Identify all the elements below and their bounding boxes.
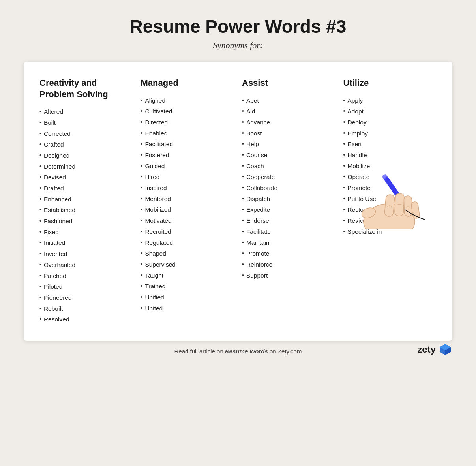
hand-illustration (342, 158, 429, 229)
word-list-assist: Abet Aid Advance Boost Help Counsel Coac… (242, 95, 335, 281)
list-item: United (141, 303, 234, 314)
footer-text: Read full article on Resume Words on Zet… (174, 348, 302, 355)
list-item: Rebuilt (39, 303, 133, 314)
footer-link-text: Resume Words (225, 348, 268, 355)
list-item: Unified (141, 292, 234, 303)
list-item: Collaborate (242, 182, 335, 194)
list-item: Endorse (242, 215, 335, 226)
list-item: Boost (242, 128, 335, 139)
list-item: Expedite (242, 204, 335, 215)
list-item: Aid (242, 106, 335, 117)
list-item: Enabled (141, 128, 234, 139)
list-item: Support (242, 270, 335, 281)
word-list-managed: Aligned Cultivated Directed Enabled Faci… (141, 95, 234, 314)
list-item: Taught (141, 270, 234, 281)
list-item: Deploy (343, 117, 437, 128)
list-item: Devised (39, 172, 133, 183)
list-item: Established (39, 205, 133, 216)
list-item: Fostered (141, 150, 234, 161)
zety-text: zety (417, 344, 436, 355)
list-item: Enhanced (39, 194, 133, 205)
list-item: Pioneered (39, 292, 133, 303)
zety-logo: zety (417, 342, 452, 357)
list-item: Regulated (141, 237, 234, 248)
list-item: Aligned (141, 95, 234, 106)
list-item: Mobilized (141, 204, 234, 215)
col-header-utilize: Utilize (343, 77, 437, 89)
list-item: Hired (141, 171, 234, 182)
column-managed: Managed Aligned Cultivated Directed Enab… (141, 77, 242, 314)
list-item: Inspired (141, 182, 234, 194)
page-title: Resume Power Words #3 (130, 16, 347, 37)
list-item: Initiated (39, 237, 133, 248)
list-item: Resolved (39, 314, 133, 325)
col-header-managed: Managed (141, 77, 234, 89)
column-creativity: Creativity andProblem Solving Altered Bu… (39, 77, 141, 325)
list-item: Crafted (39, 139, 133, 150)
list-item: Shaped (141, 248, 234, 259)
list-item: Advance (242, 117, 335, 128)
list-item: Supervised (141, 259, 234, 270)
list-item: Overhauled (39, 259, 133, 271)
hand-pen-svg (342, 158, 429, 229)
list-item: Determined (39, 161, 133, 172)
list-item: Facilitated (141, 139, 234, 150)
column-assist: Assist Abet Aid Advance Boost Help Couns… (242, 77, 343, 281)
list-item: Dispatch (242, 194, 335, 205)
list-item: Piloted (39, 281, 133, 292)
list-item: Corrected (39, 128, 133, 139)
columns-container: Creativity andProblem Solving Altered Bu… (39, 77, 437, 325)
list-item: Directed (141, 117, 234, 128)
list-item: Coach (242, 161, 335, 172)
list-item: Guided (141, 161, 234, 172)
page-subtitle: Synonyms for: (213, 40, 263, 51)
list-item: Patched (39, 271, 133, 282)
list-item: Designed (39, 150, 133, 161)
list-item: Drafted (39, 183, 133, 194)
col-header-creativity: Creativity andProblem Solving (39, 77, 111, 100)
list-item: Invented (39, 248, 133, 259)
list-item: Cultivated (141, 106, 234, 117)
word-list-creativity: Altered Built Corrected Crafted Designed… (39, 106, 133, 325)
list-item: Fashioned (39, 216, 133, 227)
list-item: Facilitate (242, 226, 335, 237)
list-item: Apply (343, 95, 437, 106)
list-item: Reinforce (242, 259, 335, 270)
col-header-assist: Assist (242, 77, 335, 89)
list-item: Help (242, 139, 335, 150)
list-item: Altered (39, 106, 133, 117)
list-item: Exert (343, 139, 437, 150)
column-utilize: Utilize Apply Adopt Deploy Employ Exert … (343, 77, 437, 237)
zety-cube-icon (438, 342, 452, 357)
list-item: Counsel (242, 150, 335, 161)
list-item: Maintain (242, 237, 335, 248)
list-item: Recruited (141, 226, 234, 237)
list-item: Cooperate (242, 171, 335, 182)
footer-bar: Read full article on Resume Words on Zet… (24, 348, 452, 355)
list-item: Trained (141, 281, 234, 292)
list-item: Promote (242, 248, 335, 259)
svg-rect-8 (394, 193, 404, 216)
content-card: Creativity andProblem Solving Altered Bu… (24, 62, 452, 341)
list-item: Adopt (343, 106, 437, 117)
list-item: Motivated (141, 215, 234, 226)
list-item: Mentored (141, 194, 234, 205)
list-item: Built (39, 117, 133, 128)
list-item: Fixed (39, 227, 133, 238)
list-item: Abet (242, 95, 335, 106)
list-item: Employ (343, 128, 437, 139)
